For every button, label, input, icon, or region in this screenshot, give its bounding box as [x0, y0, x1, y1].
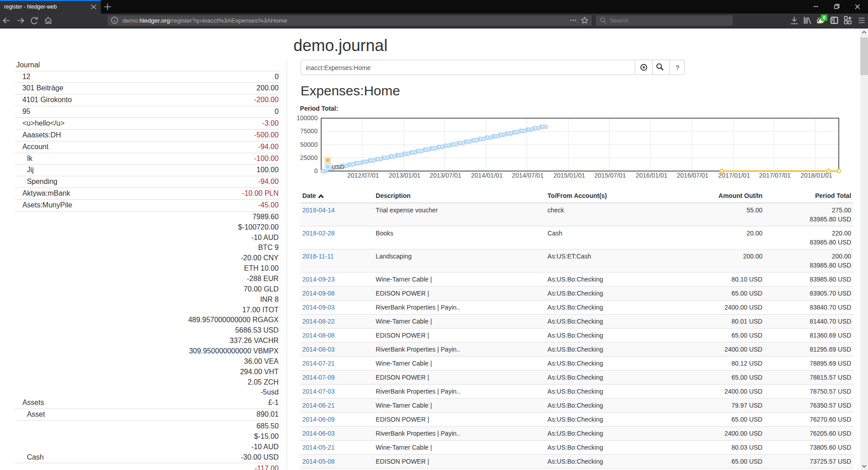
svg-text:2017/07/01: 2017/07/01 — [759, 172, 791, 179]
svg-text:2013/01/01: 2013/01/01 — [389, 172, 420, 179]
svg-text:2014/07/01: 2014/07/01 — [512, 172, 543, 179]
svg-text:USD: USD — [332, 164, 345, 170]
svg-text:2013/07/01: 2013/07/01 — [429, 172, 461, 179]
svg-text:2017/01/01: 2017/01/01 — [718, 172, 750, 179]
svg-text:2015/01/01: 2015/01/01 — [553, 172, 585, 179]
svg-text:0: 0 — [823, 15, 826, 20]
svg-text:2016/01/01: 2016/01/01 — [636, 172, 667, 179]
svg-text:100000: 100000 — [297, 114, 318, 122]
svg-text:75000: 75000 — [300, 127, 318, 135]
svg-text:0: 0 — [314, 167, 318, 174]
svg-text:2012/07/01: 2012/07/01 — [347, 172, 379, 179]
svg-text:2014/01/01: 2014/01/01 — [471, 172, 503, 179]
svg-text:50000: 50000 — [300, 141, 318, 148]
svg-text:25000: 25000 — [300, 154, 318, 161]
svg-text:2016/07/01: 2016/07/01 — [677, 172, 708, 179]
svg-text:2015/07/01: 2015/07/01 — [594, 172, 626, 179]
